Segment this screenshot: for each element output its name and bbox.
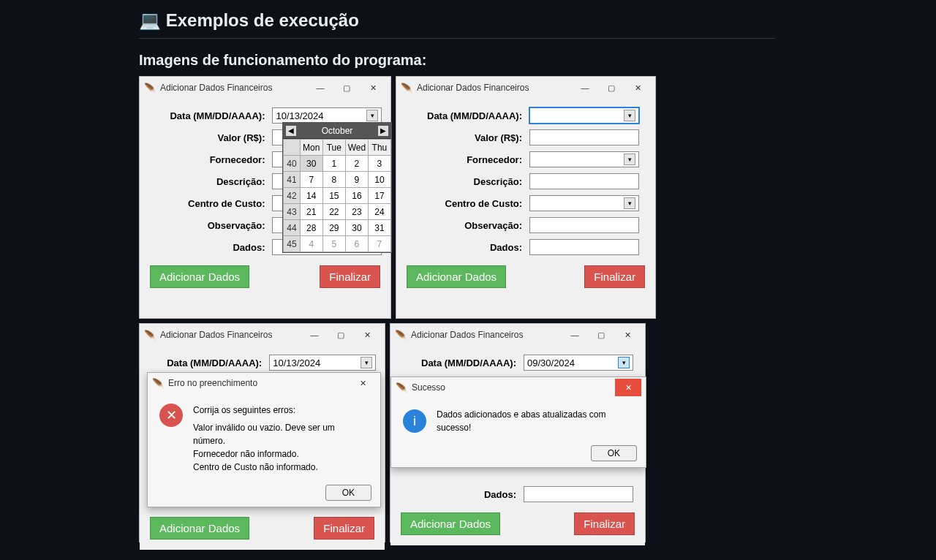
calendar-next-icon[interactable]: ▶: [378, 126, 388, 136]
dados-input[interactable]: [524, 486, 633, 502]
dialog-text: Corrija os seguintes erros: Valor inváli…: [193, 404, 369, 474]
app-icon: 🪶: [401, 83, 412, 94]
chevron-down-icon[interactable]: ▾: [366, 110, 378, 121]
centro-select[interactable]: ▾: [529, 195, 639, 211]
label-fornecedor: Fornecedor:: [148, 154, 272, 165]
chevron-down-icon[interactable]: ▾: [624, 154, 635, 165]
success-dialog: 🪶 Sucesso ✕ i Dados adicionados e abas a…: [390, 377, 646, 468]
window-title: Adicionar Dados Financeiros: [417, 83, 529, 93]
close-button[interactable]: ✕: [615, 379, 641, 396]
chevron-down-icon[interactable]: ▾: [361, 357, 372, 368]
app-icon: 🪶: [396, 382, 407, 393]
ok-button[interactable]: OK: [325, 485, 371, 501]
close-button[interactable]: ✕: [360, 79, 386, 97]
window-title: Adicionar Dados Financeiros: [160, 330, 272, 340]
label-centro: Centro de Custo:: [148, 198, 272, 209]
subsection-heading: Imagens de funcionamento do programa:: [139, 52, 775, 69]
screenshot-window-1: 🪶 Adicionar Dados Financeiros — ▢ ✕ Data…: [139, 76, 391, 319]
minimize-button[interactable]: —: [572, 79, 598, 97]
section-heading: 💻 Exemplos de execução: [139, 10, 775, 39]
screenshot-window-3: 🪶 Adicionar Dados Financeiros — ▢ ✕ Data…: [139, 323, 385, 542]
calendar-popup[interactable]: ◀ October ▶ MonTueWedThu 4030123 4178910…: [282, 122, 392, 253]
add-button[interactable]: Adicionar Dados: [150, 265, 249, 288]
label-descricao: Descrição:: [148, 176, 272, 187]
heading-text: Exemplos de execução: [166, 10, 359, 30]
add-button[interactable]: Adicionar Dados: [150, 517, 249, 540]
dialog-title: Erro no preenchimento: [168, 378, 257, 388]
close-button[interactable]: ✕: [354, 326, 380, 344]
data-field[interactable]: ▾: [529, 107, 639, 124]
maximize-button[interactable]: ▢: [328, 326, 354, 344]
ok-button[interactable]: OK: [591, 445, 637, 461]
error-dialog: 🪶 Erro no preenchimento ✕ ✕ Corrija os s…: [147, 372, 381, 507]
minimize-button[interactable]: —: [307, 79, 333, 97]
app-icon: 🪶: [152, 378, 164, 389]
app-icon: 🪶: [144, 330, 156, 341]
close-button[interactable]: ✕: [350, 374, 376, 392]
titlebar: 🪶 Adicionar Dados Financeiros — ▢ ✕: [140, 77, 390, 99]
info-icon: i: [403, 409, 426, 433]
calendar-grid[interactable]: MonTueWedThu 4030123 4178910 4214151617 …: [283, 139, 391, 252]
chevron-down-icon[interactable]: ▾: [624, 197, 635, 209]
maximize-button[interactable]: ▢: [598, 79, 624, 97]
calendar-month: October: [322, 126, 353, 136]
calendar-prev-icon[interactable]: ◀: [286, 126, 296, 136]
app-icon: 🪶: [395, 330, 407, 341]
maximize-button[interactable]: ▢: [588, 326, 614, 344]
label-dados: Dados:: [148, 242, 272, 253]
valor-input[interactable]: [529, 129, 639, 145]
finalize-button[interactable]: Finalizar: [320, 265, 380, 288]
error-icon: ✕: [159, 404, 183, 427]
descricao-input[interactable]: [529, 173, 639, 189]
app-icon: 🪶: [144, 83, 156, 94]
screenshot-window-4: 🪶 Adicionar Dados Financeiros — ▢ ✕ Data…: [390, 323, 646, 542]
close-button[interactable]: ✕: [624, 79, 651, 97]
dialog-title: Sucesso: [412, 382, 445, 393]
add-button[interactable]: Adicionar Dados: [401, 512, 500, 535]
finalize-button[interactable]: Finalizar: [584, 265, 645, 288]
data-field[interactable]: 10/13/2024▾: [272, 107, 382, 124]
minimize-button[interactable]: —: [562, 326, 588, 344]
finalize-button[interactable]: Finalizar: [574, 512, 635, 535]
window-title: Adicionar Dados Financeiros: [160, 83, 272, 93]
screenshot-window-2: 🪶 Adicionar Dados Financeiros — ▢ ✕ Data…: [396, 76, 656, 319]
chevron-down-icon[interactable]: ▾: [618, 357, 630, 368]
dialog-text: Dados adicionados e abas atualizadas com…: [437, 408, 634, 434]
maximize-button[interactable]: ▢: [333, 79, 360, 97]
window-title: Adicionar Dados Financeiros: [411, 330, 523, 340]
data-field[interactable]: 09/30/2024▾: [524, 355, 633, 371]
add-button[interactable]: Adicionar Dados: [407, 265, 506, 288]
label-observacao: Observação:: [148, 220, 272, 231]
data-field[interactable]: 10/13/2024▾: [269, 355, 376, 371]
observacao-input[interactable]: [529, 217, 639, 233]
laptop-icon: 💻: [139, 10, 161, 30]
chevron-down-icon[interactable]: ▾: [624, 110, 635, 121]
fornecedor-select[interactable]: ▾: [529, 151, 639, 167]
label-valor: Valor (R$):: [148, 132, 272, 143]
minimize-button[interactable]: —: [301, 326, 328, 344]
label-data: Data (MM/DD/AAAA):: [148, 110, 272, 121]
dados-input[interactable]: [529, 239, 639, 255]
finalize-button[interactable]: Finalizar: [314, 517, 374, 540]
close-button[interactable]: ✕: [614, 326, 641, 344]
